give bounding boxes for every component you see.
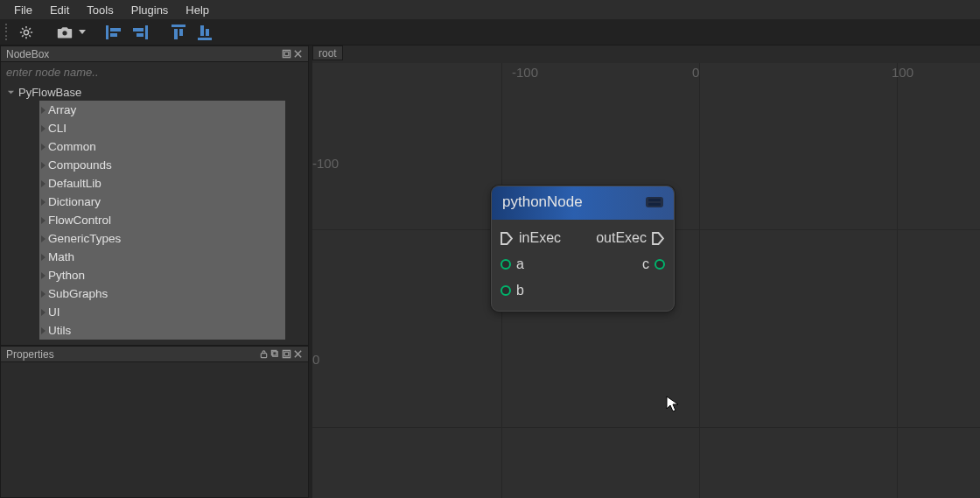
axis-label-x-100: 100 <box>892 65 914 80</box>
tree-item-label: DefaultLib <box>48 176 102 191</box>
tree-item-label: Common <box>48 139 96 154</box>
svg-rect-11 <box>198 38 212 40</box>
camera-icon <box>57 25 73 39</box>
search-input[interactable] <box>1 62 308 82</box>
close-icon[interactable] <box>293 49 303 59</box>
tree-item-ui[interactable]: UI <box>39 303 285 321</box>
tree-item-label: GenericTypes <box>48 231 121 246</box>
chevron-right-icon <box>41 291 46 298</box>
svg-rect-9 <box>174 29 178 39</box>
align-bottom-icon <box>198 25 212 40</box>
align-right-icon <box>132 25 148 39</box>
tree-item-compounds[interactable]: Compounds <box>39 156 285 174</box>
menu-help[interactable]: Help <box>177 2 218 18</box>
tree-item-label: SubGraphs <box>48 286 108 301</box>
tree-item-label: Compounds <box>48 158 112 172</box>
tree-item-python[interactable]: Python <box>39 266 285 284</box>
dock-icon[interactable] <box>282 49 291 59</box>
pin-b[interactable]: b <box>500 283 524 298</box>
axis-label-y-0: 0 <box>312 352 319 367</box>
pin-a[interactable]: a <box>500 256 524 272</box>
exec-pin-icon <box>500 232 514 245</box>
properties-title-text: Properties <box>6 348 54 361</box>
tree-item-dictionary[interactable]: Dictionary <box>39 193 285 211</box>
axis-label-y-neg100: -100 <box>312 156 339 171</box>
lock-icon[interactable] <box>259 349 269 359</box>
tree-item-label: FlowControl <box>48 213 111 228</box>
svg-rect-20 <box>284 352 289 356</box>
menu-plugins[interactable]: Plugins <box>122 2 178 18</box>
node-pythonnode[interactable]: pythonNode inExec outExec <box>491 186 675 312</box>
align-top-btn[interactable] <box>168 22 189 43</box>
close-icon[interactable] <box>293 349 303 359</box>
tree-item-utils[interactable]: Utils <box>39 321 285 340</box>
camera-toolbar-btn[interactable] <box>54 22 75 43</box>
chevron-right-icon <box>41 199 46 206</box>
tree-item-label: Array <box>48 102 76 117</box>
gear-toolbar-btn[interactable] <box>16 22 37 43</box>
toolbar <box>0 19 980 46</box>
pin-c[interactable]: c <box>642 256 665 272</box>
svg-rect-13 <box>206 29 209 36</box>
gear-icon <box>18 25 34 40</box>
menu-edit[interactable]: Edit <box>41 2 78 18</box>
chevron-right-icon <box>41 180 46 187</box>
chevron-right-icon <box>41 217 46 224</box>
pin-label: b <box>516 283 524 298</box>
tree-item-generictypes[interactable]: GenericTypes <box>39 229 285 248</box>
align-left-icon <box>106 25 122 39</box>
tree-item-math[interactable]: Math <box>39 248 285 266</box>
tree-item-label: Utils <box>48 323 71 338</box>
chevron-down-icon[interactable] <box>79 30 86 34</box>
pin-label: c <box>642 256 649 272</box>
menu-tools[interactable]: Tools <box>78 2 122 18</box>
nodebox-panel: NodeBox PyFlowBase Array CLI <box>0 46 309 346</box>
tree-item-array[interactable]: Array <box>39 101 285 119</box>
hamburger-icon[interactable] <box>646 197 663 207</box>
tree-item-flowcontrol[interactable]: FlowControl <box>39 211 285 229</box>
align-left-btn[interactable] <box>103 22 124 43</box>
align-top-icon <box>172 25 186 40</box>
dock-icon[interactable] <box>282 349 291 359</box>
axis-label-x-0: 0 <box>692 65 699 80</box>
svg-rect-16 <box>261 354 266 358</box>
pin-label: a <box>516 256 524 272</box>
svg-point-1 <box>62 31 66 35</box>
properties-title-bar[interactable]: Properties <box>1 347 308 362</box>
tree-item-common[interactable]: Common <box>39 137 285 156</box>
tree-item-cli[interactable]: CLI <box>39 119 285 137</box>
tree-item-subgraphs[interactable]: SubGraphs <box>39 284 285 303</box>
node-header[interactable]: pythonNode <box>492 186 674 220</box>
nodebox-title-bar[interactable]: NodeBox <box>1 46 308 62</box>
menu-file[interactable]: File <box>5 2 41 18</box>
tree-item-label: UI <box>48 305 60 319</box>
canvas[interactable]: root -100 0 100 -100 0 pythonNode inExec… <box>312 46 980 498</box>
tree-item-label: Math <box>48 249 74 264</box>
tree-children: Array CLI Common Compounds DefaultLib Di… <box>39 101 285 340</box>
tree-item-label: CLI <box>48 121 66 136</box>
pin-inexec[interactable]: inExec <box>500 230 561 246</box>
tree-root-label: PyFlowBase <box>18 86 81 99</box>
copy-icon[interactable] <box>270 349 280 359</box>
svg-rect-8 <box>172 25 186 27</box>
svg-rect-15 <box>284 52 289 56</box>
chevron-right-icon <box>41 107 46 114</box>
svg-rect-3 <box>110 28 121 32</box>
svg-rect-5 <box>145 25 148 39</box>
data-pin-icon <box>500 259 511 270</box>
align-right-btn[interactable] <box>130 22 150 43</box>
chevron-right-icon <box>41 254 46 261</box>
pin-outexec[interactable]: outExec <box>596 230 665 246</box>
canvas-tab-root[interactable]: root <box>312 46 343 60</box>
chevron-down-icon <box>6 88 15 97</box>
data-pin-icon <box>654 259 665 270</box>
svg-rect-4 <box>110 33 117 37</box>
menubar: File Edit Tools Plugins Help <box>0 0 980 19</box>
align-bottom-btn[interactable] <box>194 22 215 43</box>
tree-item-defaultlib[interactable]: DefaultLib <box>39 174 285 193</box>
svg-rect-6 <box>133 28 144 32</box>
chevron-right-icon <box>41 327 46 334</box>
chevron-right-icon <box>41 125 46 132</box>
tree-root-pyflowbase[interactable]: PyFlowBase <box>4 84 304 101</box>
svg-rect-12 <box>200 25 204 36</box>
